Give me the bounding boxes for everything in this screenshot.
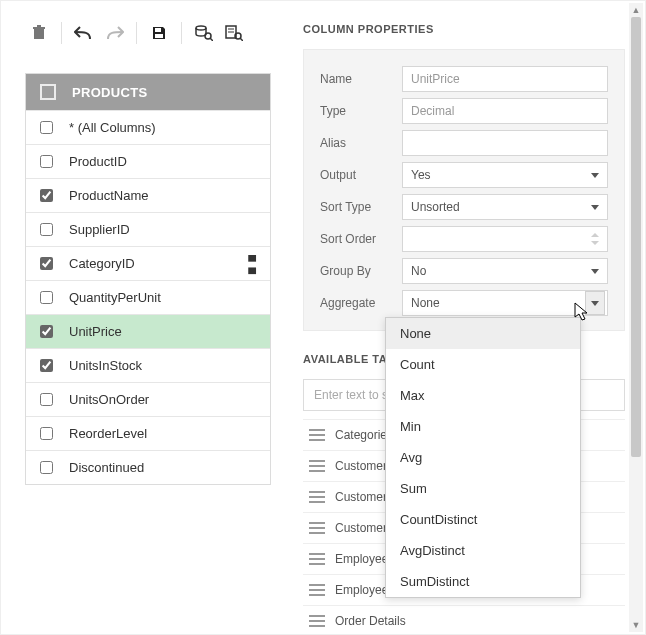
column-row[interactable]: CategoryID▀ ▄ bbox=[26, 246, 270, 280]
svg-rect-4 bbox=[155, 34, 163, 38]
column-checkbox[interactable] bbox=[40, 393, 53, 406]
aggregate-option[interactable]: Max bbox=[386, 380, 580, 411]
column-checkbox[interactable] bbox=[40, 427, 53, 440]
delete-button[interactable] bbox=[25, 19, 53, 47]
aggregate-option[interactable]: Sum bbox=[386, 473, 580, 504]
column-row[interactable]: UnitsOnOrder bbox=[26, 382, 270, 416]
table-icon bbox=[309, 429, 325, 441]
table-icon bbox=[309, 522, 325, 534]
column-label: UnitsOnOrder bbox=[69, 392, 149, 407]
scrollbar-thumb[interactable] bbox=[631, 17, 641, 457]
column-checkbox[interactable] bbox=[40, 257, 53, 270]
scroll-up-button[interactable]: ▲ bbox=[629, 3, 643, 17]
output-label: Output bbox=[320, 168, 402, 182]
available-table-item[interactable]: Order Details bbox=[303, 605, 625, 635]
aggregate-option[interactable]: SumDistinct bbox=[386, 566, 580, 597]
save-button[interactable] bbox=[145, 19, 173, 47]
type-label: Type bbox=[320, 104, 402, 118]
table-icon bbox=[309, 615, 325, 627]
column-row[interactable]: UnitPrice bbox=[26, 314, 270, 348]
redo-button[interactable] bbox=[100, 19, 128, 47]
table-header[interactable]: PRODUCTS bbox=[26, 74, 270, 110]
column-label: CategoryID bbox=[69, 256, 135, 271]
query-builder-panel: PRODUCTS * (All Columns)ProductIDProduct… bbox=[0, 0, 646, 635]
chevron-down-icon bbox=[591, 301, 599, 306]
aggregate-select[interactable]: None bbox=[402, 290, 608, 316]
toolbar-separator bbox=[136, 22, 137, 44]
sort-type-label: Sort Type bbox=[320, 200, 402, 214]
column-checkbox[interactable] bbox=[40, 291, 53, 304]
column-checkbox[interactable] bbox=[40, 189, 53, 202]
sort-order-input[interactable] bbox=[402, 226, 608, 252]
source-table: PRODUCTS * (All Columns)ProductIDProduct… bbox=[25, 73, 271, 485]
chevron-down-icon bbox=[591, 269, 599, 274]
toolbar-separator bbox=[61, 22, 62, 44]
aggregate-option[interactable]: CountDistinct bbox=[386, 504, 580, 535]
column-row[interactable]: UnitsInStock bbox=[26, 348, 270, 382]
aggregate-dropdown-list[interactable]: NoneCountMaxMinAvgSumCountDistinctAvgDis… bbox=[385, 317, 581, 598]
aggregate-label: Aggregate bbox=[320, 296, 402, 310]
column-checkbox[interactable] bbox=[40, 121, 53, 134]
aggregate-option[interactable]: Min bbox=[386, 411, 580, 442]
chevron-down-icon bbox=[591, 205, 599, 210]
column-row[interactable]: SupplierID bbox=[26, 212, 270, 246]
svg-rect-0 bbox=[34, 29, 44, 39]
svg-rect-1 bbox=[33, 27, 45, 29]
column-row[interactable]: ProductName bbox=[26, 178, 270, 212]
column-row[interactable]: ReorderLevel bbox=[26, 416, 270, 450]
query-button[interactable] bbox=[190, 19, 218, 47]
column-label: SupplierID bbox=[69, 222, 130, 237]
toolbar bbox=[25, 19, 271, 47]
table-title: PRODUCTS bbox=[72, 85, 147, 100]
table-icon bbox=[309, 460, 325, 472]
column-checkbox[interactable] bbox=[40, 461, 53, 474]
column-properties-title: COLUMN PROPERTIES bbox=[303, 23, 625, 35]
column-label: * (All Columns) bbox=[69, 120, 156, 135]
undo-button[interactable] bbox=[70, 19, 98, 47]
column-row[interactable]: Discontinued bbox=[26, 450, 270, 484]
column-label: ReorderLevel bbox=[69, 426, 147, 441]
aggregate-option[interactable]: None bbox=[386, 318, 580, 349]
vertical-scrollbar[interactable]: ▲ ▼ bbox=[629, 3, 643, 632]
sort-type-select[interactable]: Unsorted bbox=[402, 194, 608, 220]
left-panel: PRODUCTS * (All Columns)ProductIDProduct… bbox=[1, 1, 283, 634]
column-checkbox[interactable] bbox=[40, 223, 53, 236]
column-checkbox[interactable] bbox=[40, 155, 53, 168]
sort-order-label: Sort Order bbox=[320, 232, 402, 246]
column-label: UnitsInStock bbox=[69, 358, 142, 373]
chevron-down-icon bbox=[591, 173, 599, 178]
svg-rect-3 bbox=[155, 28, 161, 32]
table-icon bbox=[309, 491, 325, 503]
column-checkbox[interactable] bbox=[40, 359, 53, 372]
aggregate-option[interactable]: Count bbox=[386, 349, 580, 380]
column-checkbox[interactable] bbox=[40, 325, 53, 338]
column-label: ProductID bbox=[69, 154, 127, 169]
right-panel: COLUMN PROPERTIES NameUnitPrice TypeDeci… bbox=[283, 1, 645, 634]
table-icon bbox=[309, 584, 325, 596]
alias-label: Alias bbox=[320, 136, 402, 150]
column-label: Discontinued bbox=[69, 460, 144, 475]
spinner-icon[interactable] bbox=[591, 233, 599, 245]
column-label: UnitPrice bbox=[69, 324, 122, 339]
column-row[interactable]: * (All Columns) bbox=[26, 110, 270, 144]
column-row[interactable]: ProductID bbox=[26, 144, 270, 178]
svg-point-5 bbox=[196, 26, 206, 30]
table-icon bbox=[309, 553, 325, 565]
group-by-select[interactable]: No bbox=[402, 258, 608, 284]
scroll-down-button[interactable]: ▼ bbox=[629, 618, 643, 632]
output-select[interactable]: Yes bbox=[402, 162, 608, 188]
select-all-checkbox[interactable] bbox=[40, 84, 56, 100]
name-label: Name bbox=[320, 72, 402, 86]
alias-input[interactable] bbox=[402, 130, 608, 156]
column-row[interactable]: QuantityPerUnit bbox=[26, 280, 270, 314]
aggregate-option[interactable]: Avg bbox=[386, 442, 580, 473]
aggregate-dropdown-button[interactable] bbox=[585, 291, 605, 315]
name-field: UnitPrice bbox=[402, 66, 608, 92]
svg-rect-2 bbox=[37, 25, 41, 27]
preview-button[interactable] bbox=[220, 19, 248, 47]
column-properties-panel: NameUnitPrice TypeDecimal Alias OutputYe… bbox=[303, 49, 625, 331]
column-label: QuantityPerUnit bbox=[69, 290, 161, 305]
column-label: ProductName bbox=[69, 188, 148, 203]
aggregate-option[interactable]: AvgDistinct bbox=[386, 535, 580, 566]
group-by-label: Group By bbox=[320, 264, 402, 278]
